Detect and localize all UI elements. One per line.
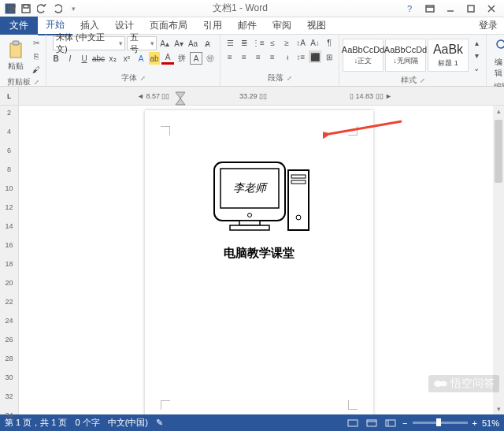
svg-rect-16 [288, 170, 309, 230]
bullets-icon[interactable]: ☰ [224, 36, 236, 49]
clipboard-dialog-icon[interactable]: ⤢ [34, 79, 39, 86]
computer-clipart: 李老师 [200, 154, 318, 241]
distribute-icon[interactable]: ⫞ [280, 50, 293, 63]
phonetic-icon[interactable]: 拼 [176, 52, 188, 65]
cut-icon[interactable]: ✂ [30, 36, 43, 49]
insert-mode-icon[interactable]: ✎ [156, 418, 163, 428]
group-editing: 编辑 编辑 [487, 35, 504, 86]
quick-access-toolbar: W ▾ [0, 2, 83, 16]
highlight-icon[interactable]: ab [149, 52, 160, 65]
paragraph-dialog-icon[interactable]: ⤢ [287, 75, 292, 82]
svg-rect-5 [468, 6, 474, 12]
workspace: 24681012141618202224262830323436 李老师 [0, 106, 504, 414]
svg-rect-7 [13, 41, 19, 45]
format-painter-icon[interactable]: 🖌 [30, 63, 43, 76]
ruler-horizontal[interactable]: ◄ 8.57 ▯▯ 33.29 ▯▯ ▯ 14.83 ▯▯ ► [19, 87, 504, 106]
redo-icon[interactable] [50, 2, 65, 16]
login-link[interactable]: 登录 [472, 17, 504, 35]
tab-mailings[interactable]: 邮件 [230, 17, 265, 35]
font-dialog-icon[interactable]: ⤢ [140, 75, 146, 82]
window-controls: ? [397, 2, 504, 16]
scroll-up-icon[interactable]: ▴ [493, 106, 504, 117]
status-language[interactable]: 中文(中国) [108, 417, 148, 429]
ruler-vertical[interactable]: 24681012141618202224262830323436 [0, 106, 19, 414]
view-web-icon[interactable] [384, 418, 398, 429]
style-normal[interactable]: AaBbCcDd ↓正文 [343, 39, 384, 72]
enclose-icon[interactable]: ㊕ [204, 52, 217, 65]
font-color-icon[interactable]: A [161, 52, 174, 65]
group-paragraph: ☰ ≣ ⋮≡ ≤ ≥ ↕A A↓ ¶ ≡ ≡ ≡ ≡ ⫞ ↕≡ ⬛ ⊞ 段落⤢ [220, 35, 339, 86]
clear-format-icon[interactable]: A̷ [201, 37, 213, 50]
zoom-slider[interactable] [413, 422, 468, 424]
close-icon[interactable] [482, 2, 501, 16]
styles-label: 样式 [401, 75, 417, 86]
help-icon[interactable]: ? [400, 2, 419, 16]
svg-point-14 [248, 214, 252, 217]
styles-expand-icon[interactable]: ⌄ [470, 61, 483, 74]
borders-icon[interactable]: ⊞ [323, 50, 335, 63]
group-clipboard: 粘贴 ✂ ⎘ 🖌 剪贴板⤢ [0, 35, 46, 86]
copy-icon[interactable]: ⎘ [30, 50, 43, 62]
page: 李老师 电脑教学课堂 [145, 110, 373, 414]
svg-rect-13 [230, 225, 269, 230]
svg-text:李老师: 李老师 [233, 182, 269, 194]
svg-point-19 [296, 215, 301, 220]
scroll-thumb[interactable] [495, 120, 502, 183]
align-center-icon[interactable]: ≡ [238, 50, 250, 63]
view-read-icon[interactable] [346, 418, 360, 429]
word-app-icon[interactable]: W [3, 2, 17, 16]
shrink-font-icon[interactable]: A▾ [172, 37, 185, 50]
scrollbar-vertical[interactable]: ▴ ▾ [493, 106, 504, 414]
editing-button[interactable]: 编辑 [490, 36, 504, 80]
window-title: 文档1 - Word [83, 2, 397, 15]
document-caption: 电脑教学课堂 [224, 246, 295, 261]
tab-view[interactable]: 视图 [299, 17, 334, 35]
char-border-icon[interactable]: A [190, 52, 202, 65]
zoom-in-icon[interactable]: + [472, 418, 477, 428]
show-marks-icon[interactable]: ¶ [323, 36, 335, 49]
style-nospacing[interactable]: AaBbCcDd ↓无间隔 [385, 39, 426, 72]
change-case-icon[interactable]: Aa [187, 37, 199, 50]
document-canvas[interactable]: 李老师 电脑教学课堂 ▴ ▾ [19, 106, 504, 414]
increase-indent-icon[interactable]: ≥ [280, 36, 293, 49]
zoom-value[interactable]: 51% [482, 418, 499, 428]
text-direction-icon[interactable]: ↕A [295, 36, 307, 49]
style-heading1[interactable]: AaBk 标题 1 [428, 39, 469, 72]
zoom-out-icon[interactable]: − [402, 418, 407, 428]
styles-dialog-icon[interactable]: ⤢ [420, 77, 425, 84]
paste-button[interactable]: 粘贴 [3, 39, 28, 73]
shading-icon[interactable]: ⬛ [309, 50, 321, 63]
tab-layout[interactable]: 页面布局 [142, 17, 195, 35]
numbering-icon[interactable]: ≣ [238, 36, 250, 49]
tab-references[interactable]: 引用 [195, 17, 230, 35]
sort-icon[interactable]: A↓ [309, 36, 321, 49]
font-label: 字体 [121, 72, 137, 84]
decrease-indent-icon[interactable]: ≤ [266, 36, 279, 49]
justify-icon[interactable]: ≡ [266, 50, 279, 63]
multilevel-icon[interactable]: ⋮≡ [252, 36, 265, 49]
font-size-combo[interactable]: 五号 [127, 36, 157, 50]
line-spacing-icon[interactable]: ↕≡ [295, 50, 307, 63]
styles-scroll-down-icon[interactable]: ▾ [470, 49, 483, 61]
status-page[interactable]: 第 1 页，共 1 页 [5, 417, 67, 429]
align-right-icon[interactable]: ≡ [252, 50, 265, 63]
ribbon: 粘贴 ✂ ⎘ 🖌 剪贴板⤢ 宋体 (中文正文) 五号 A▴ A▾ Aa A̷ B… [0, 35, 504, 87]
scroll-down-icon[interactable]: ▾ [493, 403, 504, 414]
grow-font-icon[interactable]: A▴ [158, 37, 171, 50]
tab-selector[interactable]: L [0, 87, 19, 106]
align-left-icon[interactable]: ≡ [224, 50, 236, 63]
styles-scroll-up-icon[interactable]: ▴ [470, 36, 483, 49]
svg-rect-23 [348, 420, 358, 426]
tab-file[interactable]: 文件 [0, 17, 38, 35]
tab-review[interactable]: 审阅 [265, 17, 299, 35]
ribbon-options-icon[interactable] [421, 2, 439, 16]
save-icon[interactable] [19, 2, 33, 16]
minimize-icon[interactable] [441, 2, 460, 16]
undo-icon[interactable] [35, 2, 49, 16]
svg-rect-26 [386, 420, 395, 426]
maximize-icon[interactable] [461, 2, 480, 16]
view-print-icon[interactable] [365, 418, 379, 429]
qat-customize-icon[interactable]: ▾ [66, 2, 80, 16]
status-words[interactable]: 0 个字 [75, 417, 99, 429]
font-name-combo[interactable]: 宋体 (中文正文) [53, 36, 125, 50]
